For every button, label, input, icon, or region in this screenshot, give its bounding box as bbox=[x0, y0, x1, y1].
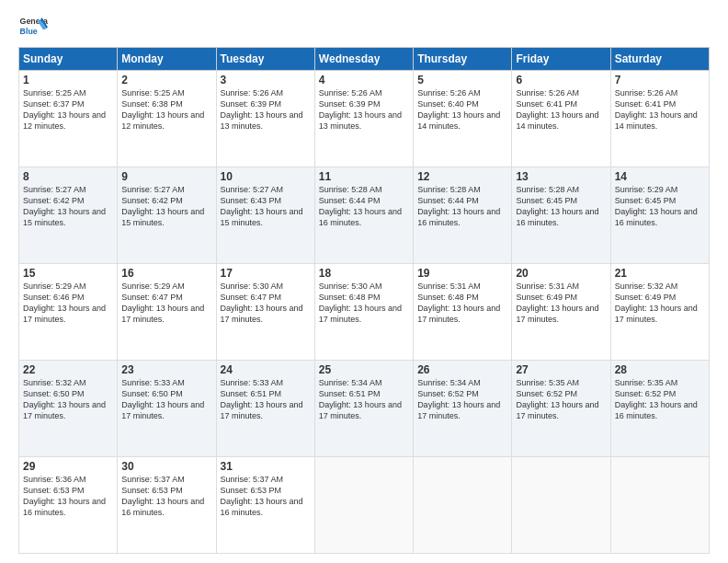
calendar-day-13: 13Sunrise: 5:28 AMSunset: 6:45 PMDayligh… bbox=[512, 167, 610, 264]
day-info: Sunrise: 5:27 AMSunset: 6:42 PMDaylight:… bbox=[23, 185, 106, 227]
calendar-day-25: 25Sunrise: 5:34 AMSunset: 6:51 PMDayligh… bbox=[314, 361, 413, 457]
day-number: 31 bbox=[221, 460, 311, 473]
day-number: 17 bbox=[221, 267, 311, 280]
calendar-week-2: 8Sunrise: 5:27 AMSunset: 6:42 PMDaylight… bbox=[19, 167, 710, 264]
calendar-day-14: 14Sunrise: 5:29 AMSunset: 6:45 PMDayligh… bbox=[610, 167, 709, 264]
day-info: Sunrise: 5:34 AMSunset: 6:51 PMDaylight:… bbox=[319, 378, 402, 420]
day-number: 22 bbox=[23, 363, 113, 376]
day-number: 18 bbox=[319, 267, 409, 280]
calendar-week-4: 22Sunrise: 5:32 AMSunset: 6:50 PMDayligh… bbox=[19, 361, 710, 457]
day-number: 4 bbox=[319, 74, 409, 86]
empty-cell bbox=[314, 457, 413, 554]
calendar-day-23: 23Sunrise: 5:33 AMSunset: 6:50 PMDayligh… bbox=[118, 361, 216, 457]
day-number: 27 bbox=[516, 363, 606, 376]
calendar-week-1: 1Sunrise: 5:25 AMSunset: 6:37 PMDaylight… bbox=[19, 71, 710, 167]
day-info: Sunrise: 5:26 AMSunset: 6:41 PMDaylight:… bbox=[516, 88, 598, 131]
day-header-sunday: Sunday bbox=[19, 48, 118, 71]
calendar-day-21: 21Sunrise: 5:32 AMSunset: 6:49 PMDayligh… bbox=[610, 264, 709, 361]
day-info: Sunrise: 5:30 AMSunset: 6:47 PMDaylight:… bbox=[221, 282, 303, 324]
calendar-day-11: 11Sunrise: 5:28 AMSunset: 6:44 PMDayligh… bbox=[314, 167, 413, 264]
day-info: Sunrise: 5:27 AMSunset: 6:43 PMDaylight:… bbox=[221, 185, 303, 227]
day-number: 26 bbox=[417, 363, 507, 376]
day-info: Sunrise: 5:31 AMSunset: 6:48 PMDaylight:… bbox=[417, 282, 500, 324]
day-number: 20 bbox=[516, 267, 606, 280]
day-info: Sunrise: 5:27 AMSunset: 6:42 PMDaylight:… bbox=[121, 185, 204, 227]
day-info: Sunrise: 5:28 AMSunset: 6:44 PMDaylight:… bbox=[417, 185, 500, 227]
day-number: 24 bbox=[221, 363, 311, 376]
day-number: 7 bbox=[615, 74, 705, 86]
calendar-day-7: 7Sunrise: 5:26 AMSunset: 6:41 PMDaylight… bbox=[610, 71, 709, 167]
day-info: Sunrise: 5:26 AMSunset: 6:39 PMDaylight:… bbox=[319, 88, 402, 131]
day-info: Sunrise: 5:26 AMSunset: 6:40 PMDaylight:… bbox=[417, 88, 500, 131]
calendar-day-6: 6Sunrise: 5:26 AMSunset: 6:41 PMDaylight… bbox=[512, 71, 610, 167]
day-number: 1 bbox=[23, 74, 113, 86]
day-info: Sunrise: 5:34 AMSunset: 6:52 PMDaylight:… bbox=[417, 378, 500, 420]
day-info: Sunrise: 5:32 AMSunset: 6:49 PMDaylight:… bbox=[615, 282, 698, 324]
header: General Blue bbox=[18, 14, 710, 40]
calendar-day-18: 18Sunrise: 5:30 AMSunset: 6:48 PMDayligh… bbox=[314, 264, 413, 361]
calendar-day-5: 5Sunrise: 5:26 AMSunset: 6:40 PMDaylight… bbox=[414, 71, 512, 167]
day-number: 21 bbox=[615, 267, 705, 280]
day-number: 29 bbox=[23, 460, 113, 473]
day-info: Sunrise: 5:32 AMSunset: 6:50 PMDaylight:… bbox=[23, 378, 106, 420]
day-number: 25 bbox=[319, 363, 409, 376]
calendar-day-31: 31Sunrise: 5:37 AMSunset: 6:53 PMDayligh… bbox=[216, 457, 314, 554]
logo: General Blue bbox=[18, 14, 48, 40]
day-number: 6 bbox=[516, 74, 606, 86]
day-number: 14 bbox=[615, 170, 705, 183]
calendar-day-3: 3Sunrise: 5:26 AMSunset: 6:39 PMDaylight… bbox=[216, 71, 314, 167]
day-header-thursday: Thursday bbox=[414, 48, 512, 71]
day-number: 28 bbox=[615, 363, 705, 376]
calendar-header-row: SundayMondayTuesdayWednesdayThursdayFrid… bbox=[19, 48, 710, 71]
calendar-day-4: 4Sunrise: 5:26 AMSunset: 6:39 PMDaylight… bbox=[314, 71, 413, 167]
empty-cell bbox=[512, 457, 610, 554]
day-number: 12 bbox=[417, 170, 507, 183]
calendar-day-17: 17Sunrise: 5:30 AMSunset: 6:47 PMDayligh… bbox=[216, 264, 314, 361]
calendar-table: SundayMondayTuesdayWednesdayThursdayFrid… bbox=[18, 47, 710, 554]
day-number: 13 bbox=[516, 170, 606, 183]
day-info: Sunrise: 5:29 AMSunset: 6:47 PMDaylight:… bbox=[121, 282, 204, 324]
svg-text:Blue: Blue bbox=[20, 27, 38, 36]
calendar-day-24: 24Sunrise: 5:33 AMSunset: 6:51 PMDayligh… bbox=[216, 361, 314, 457]
calendar-day-20: 20Sunrise: 5:31 AMSunset: 6:49 PMDayligh… bbox=[512, 264, 610, 361]
calendar-day-2: 2Sunrise: 5:25 AMSunset: 6:38 PMDaylight… bbox=[118, 71, 216, 167]
day-info: Sunrise: 5:28 AMSunset: 6:44 PMDaylight:… bbox=[319, 185, 402, 227]
calendar-day-1: 1Sunrise: 5:25 AMSunset: 6:37 PMDaylight… bbox=[19, 71, 118, 167]
day-number: 10 bbox=[221, 170, 311, 183]
day-number: 30 bbox=[121, 460, 211, 473]
day-number: 2 bbox=[121, 74, 211, 86]
day-info: Sunrise: 5:26 AMSunset: 6:39 PMDaylight:… bbox=[221, 88, 303, 131]
day-info: Sunrise: 5:29 AMSunset: 6:45 PMDaylight:… bbox=[615, 185, 698, 227]
day-number: 9 bbox=[121, 170, 211, 183]
empty-cell bbox=[610, 457, 709, 554]
day-info: Sunrise: 5:28 AMSunset: 6:45 PMDaylight:… bbox=[516, 185, 598, 227]
calendar-week-3: 15Sunrise: 5:29 AMSunset: 6:46 PMDayligh… bbox=[19, 264, 710, 361]
calendar-day-8: 8Sunrise: 5:27 AMSunset: 6:42 PMDaylight… bbox=[19, 167, 118, 264]
day-info: Sunrise: 5:26 AMSunset: 6:41 PMDaylight:… bbox=[615, 88, 698, 131]
day-info: Sunrise: 5:25 AMSunset: 6:38 PMDaylight:… bbox=[121, 88, 204, 131]
day-info: Sunrise: 5:35 AMSunset: 6:52 PMDaylight:… bbox=[615, 378, 698, 420]
page: General Blue SundayMondayTuesdayWednesda… bbox=[0, 0, 728, 563]
day-number: 19 bbox=[417, 267, 507, 280]
calendar-day-16: 16Sunrise: 5:29 AMSunset: 6:47 PMDayligh… bbox=[118, 264, 216, 361]
day-info: Sunrise: 5:30 AMSunset: 6:48 PMDaylight:… bbox=[319, 282, 402, 324]
day-info: Sunrise: 5:33 AMSunset: 6:51 PMDaylight:… bbox=[221, 378, 303, 420]
day-info: Sunrise: 5:37 AMSunset: 6:53 PMDaylight:… bbox=[221, 475, 303, 517]
day-info: Sunrise: 5:37 AMSunset: 6:53 PMDaylight:… bbox=[121, 475, 204, 517]
calendar-day-22: 22Sunrise: 5:32 AMSunset: 6:50 PMDayligh… bbox=[19, 361, 118, 457]
day-number: 3 bbox=[221, 74, 311, 86]
day-number: 15 bbox=[23, 267, 113, 280]
calendar-day-12: 12Sunrise: 5:28 AMSunset: 6:44 PMDayligh… bbox=[414, 167, 512, 264]
calendar-day-9: 9Sunrise: 5:27 AMSunset: 6:42 PMDaylight… bbox=[118, 167, 216, 264]
calendar-day-26: 26Sunrise: 5:34 AMSunset: 6:52 PMDayligh… bbox=[414, 361, 512, 457]
day-info: Sunrise: 5:29 AMSunset: 6:46 PMDaylight:… bbox=[23, 282, 106, 324]
day-info: Sunrise: 5:33 AMSunset: 6:50 PMDaylight:… bbox=[121, 378, 204, 420]
day-info: Sunrise: 5:36 AMSunset: 6:53 PMDaylight:… bbox=[23, 475, 106, 517]
calendar-day-10: 10Sunrise: 5:27 AMSunset: 6:43 PMDayligh… bbox=[216, 167, 314, 264]
calendar-day-29: 29Sunrise: 5:36 AMSunset: 6:53 PMDayligh… bbox=[19, 457, 118, 554]
calendar-week-5: 29Sunrise: 5:36 AMSunset: 6:53 PMDayligh… bbox=[19, 457, 710, 554]
day-header-friday: Friday bbox=[512, 48, 610, 71]
day-info: Sunrise: 5:31 AMSunset: 6:49 PMDaylight:… bbox=[516, 282, 598, 324]
day-number: 16 bbox=[121, 267, 211, 280]
day-number: 5 bbox=[417, 74, 507, 86]
